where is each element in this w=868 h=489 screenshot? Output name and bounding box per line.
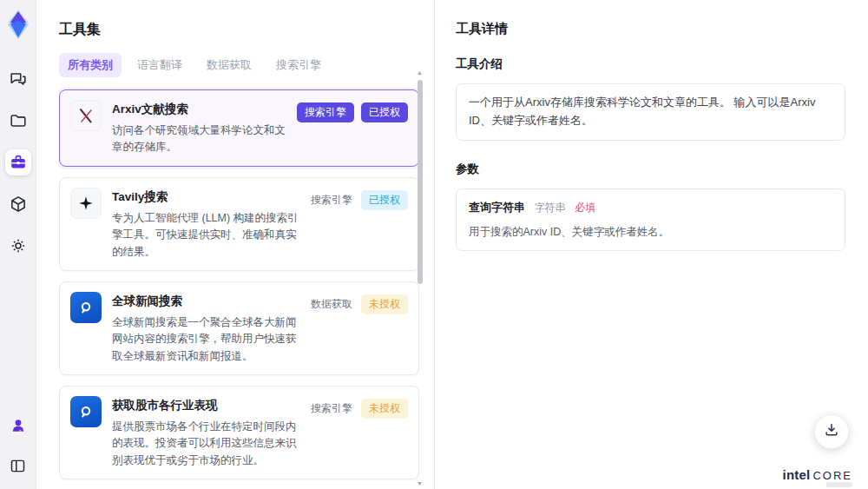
download-button[interactable] — [814, 414, 849, 449]
category-tabs: 所有类别 语言翻译 数据获取 搜索引擎 — [59, 53, 434, 77]
tool-card-stock-sectors[interactable]: 获取股市各行业表现 提供股票市场各个行业在特定时间段内的表现。投资者可以利用这些… — [59, 386, 419, 479]
app-window: 工具集 所有类别 语言翻译 数据获取 搜索引擎 Arxiv文献搜索 访问各个研究… — [0, 0, 868, 489]
sidebar-item-tools[interactable] — [5, 149, 31, 175]
tab-data-fetch[interactable]: 数据获取 — [198, 53, 260, 77]
intro-box: 一个用于从Arxiv存储库搜索科学论文和文章的工具。 输入可以是Arxiv ID… — [456, 83, 845, 141]
page-title: 工具集 — [59, 21, 434, 39]
tool-list-panel: 工具集 所有类别 语言翻译 数据获取 搜索引擎 Arxiv文献搜索 访问各个研究… — [36, 0, 434, 489]
folder-icon — [9, 111, 28, 130]
sidebar-item-account[interactable] — [5, 413, 31, 439]
stock-search-icon — [70, 396, 102, 427]
param-required-flag: 必填 — [575, 202, 595, 214]
tab-search-engine[interactable]: 搜索引擎 — [267, 53, 330, 77]
tool-name: 获取股市各行业表现 — [112, 398, 299, 413]
sidebar-item-settings[interactable] — [5, 233, 31, 259]
intel-logo-sub-mark — [826, 482, 852, 487]
sidebar-item-chat[interactable] — [5, 66, 31, 92]
tool-description: 访问各个研究领域大量科学论文和文章的存储库。 — [112, 122, 286, 156]
download-icon — [823, 421, 840, 442]
package-icon — [9, 195, 28, 214]
tool-description: 提供股票市场各个行业在特定时间段内的表现。投资者可以利用这些信息来识别表现优于或… — [112, 419, 299, 469]
param-type: 字符串 — [535, 202, 566, 214]
tab-all-categories[interactable]: 所有类别 — [59, 53, 122, 77]
sidebar-collapse-button[interactable] — [5, 453, 31, 479]
intro-heading: 工具介绍 — [456, 56, 845, 72]
param-name: 查询字符串 — [469, 201, 525, 214]
auth-status-badge: 已授权 — [361, 102, 408, 122]
chat-icon — [9, 69, 28, 89]
auth-status-badge: 未授权 — [361, 399, 408, 419]
tool-name: Arxiv文献搜索 — [112, 102, 286, 117]
tool-card-tavily[interactable]: Tavily搜索 专为人工智能代理 (LLM) 构建的搜索引擎工具。可快速提供实… — [59, 177, 419, 271]
params-heading: 参数 — [456, 162, 845, 177]
category-badge: 搜索引擎 — [309, 399, 354, 419]
tab-translation[interactable]: 语言翻译 — [128, 53, 191, 77]
tool-card-global-news[interactable]: 全球新闻搜索 全球新闻搜索是一个聚合全球各大新闻网站内容的搜索引擎，帮助用户快速… — [59, 281, 419, 375]
tool-description: 全球新闻搜索是一个聚合全球各大新闻网站内容的搜索引擎，帮助用户快速获取全球最新资… — [112, 314, 299, 365]
intel-core-logo: intel core — [783, 467, 852, 482]
scroll-down-icon[interactable]: ▼ — [416, 480, 424, 487]
category-badge: 数据获取 — [309, 294, 354, 314]
tool-card-arxiv[interactable]: Arxiv文献搜索 访问各个研究领域大量科学论文和文章的存储库。 搜索引擎 已授… — [59, 89, 419, 167]
user-icon — [10, 417, 27, 434]
sidebar — [0, 0, 36, 489]
settings-icon — [9, 236, 28, 255]
app-logo-icon — [5, 9, 31, 40]
panel-toggle-icon — [9, 457, 27, 475]
tool-name: 全球新闻搜索 — [112, 294, 299, 309]
sidebar-item-files[interactable] — [5, 108, 31, 134]
scroll-up-icon[interactable]: ▲ — [416, 69, 424, 76]
tool-description: 专为人工智能代理 (LLM) 构建的搜索引擎工具。可快速提供实时、准确和真实的结… — [112, 210, 299, 261]
category-badge: 搜索引擎 — [297, 102, 354, 122]
intel-wordmark: intel — [783, 467, 811, 482]
toolbox-icon — [9, 153, 28, 172]
detail-title: 工具详情 — [456, 21, 845, 37]
param-box: 查询字符串 字符串 必填 用于搜索的Arxiv ID、关键字或作者姓名。 — [456, 188, 845, 252]
tool-detail-panel: 工具详情 工具介绍 一个用于从Arxiv存储库搜索科学论文和文章的工具。 输入可… — [434, 0, 868, 489]
arxiv-icon — [70, 100, 102, 131]
sidebar-item-models[interactable] — [5, 191, 31, 217]
news-search-icon — [70, 292, 102, 323]
tool-name: Tavily搜索 — [112, 189, 299, 205]
tool-list: Arxiv文献搜索 访问各个研究领域大量科学论文和文章的存储库。 搜索引擎 已授… — [59, 88, 434, 489]
tavily-icon — [70, 188, 102, 219]
auth-status-badge: 未授权 — [361, 294, 408, 314]
core-wordmark: core — [812, 469, 852, 482]
category-badge: 搜索引擎 — [309, 190, 354, 210]
param-description: 用于搜索的Arxiv ID、关键字或作者姓名。 — [469, 223, 832, 241]
list-scrollbar[interactable]: ▲ ▼ — [416, 68, 424, 489]
auth-status-badge: 已授权 — [361, 190, 408, 210]
scrollbar-thumb[interactable] — [418, 80, 423, 284]
